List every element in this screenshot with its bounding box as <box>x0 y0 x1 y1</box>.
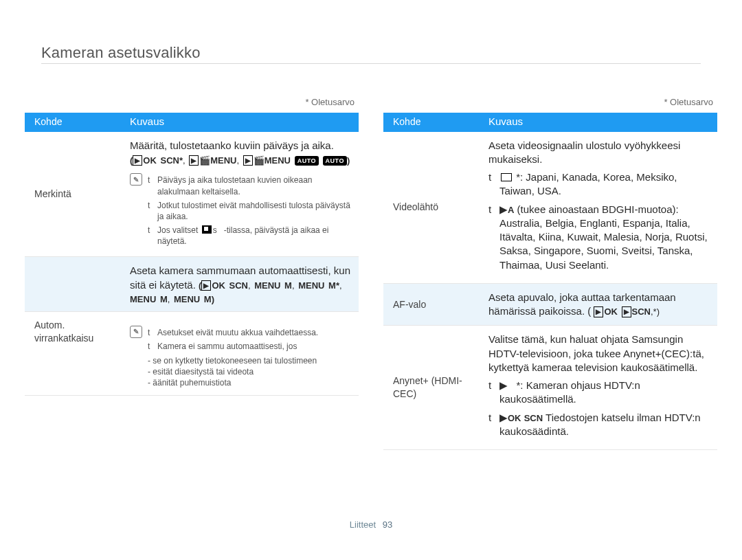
bullet-text-part: (tukee ainoastaan BDGHI-muotoa): Austral… <box>499 203 708 271</box>
bullet-text: *: Japani, Kanada, Korea, Meksiko, Taiwa… <box>499 170 710 199</box>
play-icon: ▶ <box>189 155 199 166</box>
table-row: Merkintä Määritä, tulostetaanko kuviin p… <box>25 132 359 258</box>
note-text: Jotkut tulostimet eivät mahdollisesti tu… <box>157 200 352 222</box>
note-icon: ✎ <box>130 173 142 186</box>
play-icon: ▶ <box>499 412 508 423</box>
list-item: t ▶OK SCN Tiedostojen katselu ilman HDTV… <box>488 411 710 439</box>
right-table: Kohde Kuvaus Videolähtö Aseta videosigna… <box>383 113 717 451</box>
afvalo-mainline: Aseta apuvalo, joka auttaa tarkentamaan … <box>488 291 710 319</box>
auto-badge: AUTO <box>295 156 319 166</box>
note-box: ✎ t Päiväys ja aika tulostetaan kuvien o… <box>130 173 352 249</box>
bullet-text: ▶A (tukee ainoastaan BDGHI-muotoa): Aust… <box>499 203 710 272</box>
bullet-text: ▶ *: Kameran ohjaus HDTV:n kaukosäätimel… <box>499 379 710 407</box>
header-item: Kohde <box>383 113 483 131</box>
bullet-icon: t <box>148 175 153 197</box>
anynet-mainline: Valitse tämä, kun haluat ohjata Samsungi… <box>488 333 710 374</box>
note-list: t Päiväys ja aika tulostetaan kuvien oik… <box>148 173 352 249</box>
bullet-text: ▶OK SCN Tiedostojen katselu ilman HDTV:n… <box>499 411 710 439</box>
auto-badge: AUTO <box>323 156 347 166</box>
row-desc-anynet: Valitse tämä, kun haluat ohjata Samsungi… <box>483 326 717 449</box>
videolahto-mainline: Aseta videosignaalin ulostulo vyöhykkees… <box>488 139 710 167</box>
ntsc-icon <box>501 173 512 181</box>
dash-item: äänität puhemuistiota <box>148 377 352 388</box>
play-icon: ▶ <box>622 306 631 317</box>
autom-mainline: Aseta kamera sammumaan automaattisesti, … <box>130 264 352 306</box>
note-text: Asetukset eivät muutu akkua vaihdettaess… <box>157 327 318 338</box>
row-desc-videolahto: Aseta videosignaalin ulostulo vyöhykkees… <box>483 132 717 283</box>
left-table: Kohde Kuvaus Merkintä Määritä, tulosteta… <box>25 113 359 396</box>
row-desc-virrankatkaisu-head: Aseta kamera sammumaan automaattisesti, … <box>124 257 359 311</box>
bullet-icon: t <box>148 327 153 338</box>
two-column-layout: * Oletusarvo Kohde Kuvaus Merkintä Määri… <box>25 96 717 450</box>
row-label-videolahto: Videolähtö <box>383 132 483 283</box>
bullet-text-part: *: Kameran ohjaus HDTV:n kaukosäätimellä… <box>499 379 640 405</box>
bullet-icon: t <box>148 341 153 352</box>
bullet-icon: t <box>488 411 495 439</box>
table-row: Anynet+ (HDMI-CEC) Valitse tämä, kun hal… <box>383 326 717 450</box>
table-header: Kohde Kuvaus <box>383 113 717 132</box>
scene-mode-icon <box>202 225 212 234</box>
table-row: Videolähtö Aseta videosignaalin ulostulo… <box>383 132 717 284</box>
row-label-virrankatkaisu: Autom. virrankatkaisu <box>25 312 124 395</box>
header-item: Kohde <box>25 113 124 131</box>
page-footer: Liitteet 93 <box>0 519 742 531</box>
header-desc: Kuvaus <box>124 112 359 131</box>
table-row: Aseta kamera sammumaan automaattisesti, … <box>25 257 359 312</box>
play-icon: ▶ <box>499 379 508 391</box>
footer-label: Liitteet <box>350 519 376 530</box>
row-desc-merkinta: Määritä, tulostetaanko kuviin päiväys ja… <box>124 132 359 257</box>
note-text: Kamera ei sammu automaattisesti, jos <box>157 341 297 352</box>
bullet-icon: t <box>488 203 495 272</box>
table-row: AF-valo Aseta apuvalo, joka auttaa tarke… <box>383 284 717 326</box>
note-icon: ✎ <box>130 326 142 338</box>
bullet-icon: t <box>148 225 153 247</box>
note-text-part: Jos valitset <box>157 225 198 235</box>
note-text: Jos valitset s -tilassa, päiväystä ja ai… <box>157 225 352 247</box>
table-row: Autom. virrankatkaisu ✎ t Asetukset eivä… <box>25 312 359 396</box>
play-icon: ▶ <box>499 203 508 215</box>
play-icon: ▶ <box>201 280 211 291</box>
header-desc: Kuvaus <box>483 112 717 131</box>
right-column: * Oletusarvo Kohde Kuvaus Videolähtö Ase… <box>383 96 717 450</box>
merkinta-mainline: Määritä, tulostetaanko kuviin päiväys ja… <box>130 139 352 153</box>
bullet-icon: t <box>148 200 153 222</box>
note-box: ✎ t Asetukset eivät muutu akkua vaihdett… <box>130 326 352 388</box>
row-desc-afvalo: Aseta apuvalo, joka auttaa tarkentamaan … <box>483 284 717 326</box>
row-label-virrankatkaisu <box>25 257 124 311</box>
play-icon: ▶ <box>243 155 253 166</box>
dash-item: esität diaesitystä tai videota <box>148 366 352 377</box>
row-label-merkinta: Merkintä <box>25 132 124 257</box>
bullet-icon: t <box>488 379 495 407</box>
play-icon: ▶ <box>133 155 142 166</box>
page-number: 93 <box>383 519 392 530</box>
default-note-right: * Oletusarvo <box>383 96 717 109</box>
list-item: t ▶A (tukee ainoastaan BDGHI-muotoa): Au… <box>488 203 710 272</box>
title-rule <box>41 63 701 64</box>
row-desc-virrankatkaisu-body: ✎ t Asetukset eivät muutu akkua vaihdett… <box>124 312 359 395</box>
table-header: Kohde Kuvaus <box>25 113 359 132</box>
row-label-anynet: Anynet+ (HDMI-CEC) <box>383 326 483 449</box>
dash-item: se on kytketty tietokoneeseen tai tulost… <box>148 355 352 366</box>
page-title: Kameran asetusvalikko <box>41 43 201 63</box>
mode-icons-line: (▶OK SCN*, ▶🎬MENU, ▶🎬MENU AUTO AUTO) <box>130 155 352 167</box>
sub-dashes: se on kytketty tietokoneeseen tai tulost… <box>148 355 352 389</box>
bullet-text-part: *: Japani, Kanada, Korea, Meksiko, Taiwa… <box>499 171 677 197</box>
play-icon: ▶ <box>594 306 603 317</box>
note-list: t Asetukset eivät muutu akkua vaihdettae… <box>148 326 352 388</box>
row-label-afvalo: AF-valo <box>383 284 483 326</box>
bullet-icon: t <box>488 170 495 199</box>
left-column: * Oletusarvo Kohde Kuvaus Merkintä Määri… <box>25 96 359 450</box>
note-text: Päiväys ja aika tulostetaan kuvien oikea… <box>157 175 352 197</box>
list-item: t *: Japani, Kanada, Korea, Meksiko, Tai… <box>488 170 710 199</box>
list-item: t ▶ *: Kameran ohjaus HDTV:n kaukosäätim… <box>488 379 710 407</box>
default-note-left: * Oletusarvo <box>25 96 359 109</box>
